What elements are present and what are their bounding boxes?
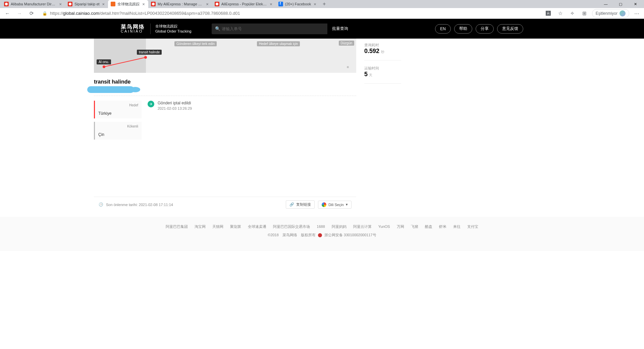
tracking-number-input[interactable] [212, 23, 327, 34]
footer-link[interactable]: 全球速卖通 [248, 225, 266, 229]
url-input[interactable]: 🔒 https://global.cainiao.com/detail.htm?… [39, 9, 541, 18]
divider [364, 60, 401, 60]
menu-icon[interactable]: ⋯ [632, 9, 641, 18]
footer-link[interactable]: 来往 [453, 225, 461, 229]
new-tab-button[interactable]: + [320, 0, 329, 8]
link-icon: 🔗 [289, 202, 294, 207]
query-time-unit: 秒 [381, 50, 384, 54]
address-bar: ← → ⟳ 🔒 https://global.cainiao.com/detai… [0, 8, 644, 19]
back-button[interactable]: ← [3, 9, 12, 18]
subtitle-en: Global Order Tracking [155, 29, 192, 34]
tab-alibaba[interactable]: Alibaba Manufacturer Directory× [1, 0, 65, 8]
destination-card: Hedef Türkiye [94, 101, 142, 118]
footer-link[interactable]: 万网 [397, 225, 404, 229]
footer-links: 阿里巴巴集团淘宝网天猫网聚划算全球速卖通阿里巴巴国际交易市场1688阿里妈妈阿里… [0, 217, 644, 233]
footer-link[interactable]: YunOS [378, 225, 390, 229]
close-icon[interactable]: × [313, 2, 317, 7]
tab-label: My AliExpress : Manage Orders [158, 2, 203, 6]
close-icon[interactable]: × [269, 2, 273, 7]
logo-text-zh: 菜鸟网络 [121, 24, 145, 30]
footer-link[interactable]: 支付宝 [467, 225, 478, 229]
last-check-time: Son önlenme tarihi: 2021-02-08 17:11:14 [106, 203, 173, 207]
window-controls: — ▢ ✕ [598, 0, 643, 8]
tab-label: (20+) Facebook [285, 2, 311, 6]
footer-link[interactable]: 阿里巴巴集团 [166, 225, 188, 229]
origin-label: Kökenli [98, 124, 138, 128]
transit-time-unit: 天 [369, 73, 372, 77]
plane-icon: ✈ [148, 101, 154, 107]
tab-aliexpress[interactable]: AliExpress - Popüler Elektronik, M× [212, 0, 276, 8]
footer-link[interactable]: 淘宝网 [195, 225, 206, 229]
sync-label: Eşitlenmiyor [596, 11, 618, 16]
close-window-button[interactable]: ✕ [628, 0, 643, 8]
batch-query-link[interactable]: 批量查询 [332, 26, 348, 32]
tab-label: Alibaba Manufacturer Directory [11, 2, 56, 6]
language-select-label: Dili Seçin [328, 203, 344, 207]
tab-label: AliExpress - Popüler Elektronik, M [221, 2, 267, 6]
translate-icon[interactable]: 🅰 [544, 9, 553, 18]
close-icon[interactable]: × [102, 2, 106, 7]
subtitle-zh: 全球物流跟踪 [155, 24, 192, 29]
profile-sync-button[interactable]: Eşitlenmiyor [592, 9, 629, 18]
tab-strip: Alibaba Manufacturer Directory× Siparişi… [0, 0, 644, 8]
tab-cainiao[interactable]: 全球物流跟踪× [108, 0, 148, 8]
cainiao-logo[interactable]: 菜鸟网络 CAINIAO [121, 24, 145, 33]
status-heading: transit halinde [94, 73, 356, 86]
destination-label: Hedef [98, 103, 138, 107]
footer-link[interactable]: 聚划算 [230, 225, 241, 229]
favorite-icon[interactable]: ☆ [556, 9, 565, 18]
progress-timeline: Al onu. transit halinde Gönderen ülkeyi … [94, 39, 356, 73]
footer-link[interactable]: 天猫网 [212, 225, 223, 229]
help-button[interactable]: 帮助 [454, 24, 472, 34]
avatar-icon [620, 10, 626, 16]
progress-line-icon [94, 39, 356, 73]
copyright-text: ©2018 菜鸟网络 版权所有 [268, 233, 316, 237]
main-panel: Al onu. transit halinde Gönderen ülkeyi … [94, 39, 356, 212]
copy-link-button[interactable]: 🔗复制链接 [286, 200, 315, 209]
favicon-facebook-icon [278, 2, 283, 6]
footer-link[interactable]: 阿里巴巴国际交易市场 [273, 225, 310, 229]
tab-myali[interactable]: My AliExpress : Manage Orders× [148, 0, 212, 8]
tab-track[interactable]: Siparişi takip et× [65, 0, 108, 8]
footer-link[interactable]: 酷盘 [425, 225, 432, 229]
feedback-button[interactable]: 意见反馈 [497, 24, 523, 34]
share-button[interactable]: 分享 [476, 24, 494, 34]
google-icon [322, 202, 326, 207]
footer-link[interactable]: 1688 [317, 225, 325, 229]
footer-link[interactable]: 虾米 [439, 225, 446, 229]
divider [94, 96, 356, 96]
extensions-icon[interactable]: ⊞ [580, 9, 589, 18]
maximize-button[interactable]: ▢ [613, 0, 628, 8]
forward-button[interactable]: → [15, 9, 24, 18]
collections-icon[interactable]: ✧ [568, 9, 577, 18]
footer-link[interactable]: 飞猪 [411, 225, 418, 229]
footer-link[interactable]: 阿里云计算 [353, 225, 372, 229]
svg-line-0 [104, 57, 146, 67]
favicon-alibaba-icon [4, 2, 9, 6]
tab-label: Siparişi takip et [74, 2, 100, 6]
search-icon: 🔍 [215, 26, 220, 31]
url-host: global.cainiao.com [63, 11, 99, 16]
divider [150, 23, 151, 34]
favicon-cainiao-icon [111, 2, 115, 6]
tab-facebook[interactable]: (20+) Facebook× [276, 0, 320, 8]
footer-link[interactable]: 阿里妈妈 [332, 225, 346, 229]
close-icon[interactable]: × [142, 2, 146, 7]
language-button[interactable]: EN [435, 24, 451, 34]
browser-chrome: Alibaba Manufacturer Directory× Siparişi… [0, 0, 644, 19]
logo-text-en: CAINIAO [121, 30, 145, 33]
bottom-bar: 🕒 Son önlenme tarihi: 2021-02-08 17:11:1… [94, 197, 356, 212]
event-text: Gönderi iptal edildi [158, 101, 192, 105]
query-time-label: 查询耗时 [364, 43, 401, 48]
close-icon[interactable]: × [58, 2, 62, 7]
transit-time-label: 运输时间 [364, 66, 401, 71]
event-time: 2021-02-03 13:26:29 [158, 106, 192, 110]
reload-button[interactable]: ⟳ [27, 9, 36, 18]
favicon-aliexpress-icon [151, 2, 156, 6]
language-select-button[interactable]: Dili Seçin▾ [318, 201, 352, 209]
close-icon[interactable]: × [205, 2, 209, 7]
minimize-button[interactable]: — [598, 0, 613, 8]
favicon-aliexpress-icon [215, 2, 219, 6]
beian-icon [318, 233, 322, 237]
destination-value: Türkiye [98, 111, 138, 116]
